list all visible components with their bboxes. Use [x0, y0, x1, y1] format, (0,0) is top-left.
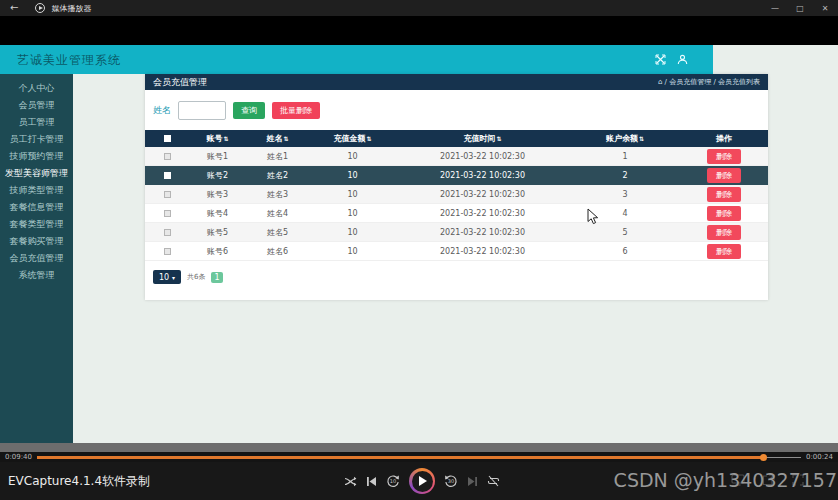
total-count-label: 共6条	[187, 272, 205, 282]
cell-account: 账号2	[190, 170, 245, 181]
table-row[interactable]: 账号3姓名3102021-03-22 10:02:303删除	[145, 185, 768, 204]
name-search-input[interactable]	[178, 101, 226, 120]
seek-handle[interactable]	[760, 454, 767, 461]
minimize-button[interactable]: —	[770, 4, 780, 13]
seekbar-track-band[interactable]	[0, 443, 838, 452]
cell-time: 2021-03-22 10:02:30	[395, 247, 570, 256]
back-icon[interactable]: ←	[10, 0, 18, 16]
seekbar: 0:09:40 0:00:24	[0, 452, 838, 462]
cell-time: 2021-03-22 10:02:30	[395, 190, 570, 199]
sidebar-item[interactable]: 会员管理	[0, 97, 73, 114]
delete-button[interactable]: 删除	[707, 244, 741, 259]
rewind-10-icon[interactable]: 10	[386, 474, 400, 488]
delete-button[interactable]: 删除	[707, 206, 741, 221]
search-toolbar: 姓名 查询 批量删除	[145, 90, 768, 130]
table-body: 账号1姓名1102021-03-22 10:02:301删除账号2姓名21020…	[145, 147, 768, 261]
cell-time: 2021-03-22 10:02:30	[395, 209, 570, 218]
repeat-off-icon[interactable]	[487, 475, 500, 487]
table-row[interactable]: 账号2姓名2102021-03-22 10:02:302删除	[145, 166, 768, 185]
sidebar-item[interactable]: 发型美容师管理	[0, 165, 73, 182]
cell-amount: 10	[310, 190, 395, 199]
batch-delete-button[interactable]: 批量删除	[272, 102, 320, 119]
cell-name: 姓名4	[245, 208, 310, 219]
sort-icon[interactable]: ⇅	[496, 135, 501, 142]
svg-text:10: 10	[390, 478, 396, 484]
cell-account: 账号1	[190, 151, 245, 162]
sidebar-item[interactable]: 员工管理	[0, 114, 73, 131]
sidebar-item[interactable]: 技师类型管理	[0, 182, 73, 199]
cell-amount: 10	[310, 171, 395, 180]
row-checkbox[interactable]	[164, 172, 171, 179]
player-titlebar: ← 媒体播放器 — □ ✕	[0, 0, 838, 16]
cell-name: 姓名3	[245, 189, 310, 200]
column-header[interactable]: 姓名⇅	[245, 133, 310, 144]
column-header[interactable]: 充值时间⇅	[395, 133, 570, 144]
seek-track[interactable]	[37, 456, 801, 459]
expand-icon[interactable]	[655, 54, 666, 65]
pagination: 10 ▾ 共6条 1	[145, 261, 768, 300]
cell-name: 姓名1	[245, 151, 310, 162]
cell-time: 2021-03-22 10:02:30	[395, 171, 570, 180]
user-icon[interactable]	[677, 54, 688, 65]
sidebar-item[interactable]: 技师预约管理	[0, 148, 73, 165]
row-checkbox[interactable]	[164, 229, 171, 236]
card-header: 会员充值管理 ⌂ / 会员充值管理 / 会员充值列表	[145, 74, 768, 90]
sidebar-item[interactable]: 员工打卡管理	[0, 131, 73, 148]
delete-button[interactable]: 删除	[707, 187, 741, 202]
row-checkbox[interactable]	[164, 210, 171, 217]
seek-remaining-line	[763, 457, 801, 458]
column-header[interactable]: 账户余额⇅	[570, 133, 680, 144]
delete-button[interactable]: 删除	[707, 225, 741, 240]
delete-button[interactable]: 删除	[707, 168, 741, 183]
row-checkbox[interactable]	[164, 248, 171, 255]
query-button[interactable]: 查询	[233, 102, 265, 119]
row-checkbox[interactable]	[164, 153, 171, 160]
sort-icon[interactable]: ⇅	[639, 135, 644, 142]
select-all-checkbox[interactable]	[164, 135, 171, 142]
previous-track-icon[interactable]	[366, 476, 377, 487]
column-header[interactable]: 账号⇅	[190, 133, 245, 144]
cell-name: 姓名5	[245, 227, 310, 238]
row-checkbox[interactable]	[164, 191, 171, 198]
next-track-icon[interactable]	[467, 476, 478, 487]
webapp-header: 艺诚美业管理系统	[0, 45, 713, 74]
page-1-button[interactable]: 1	[211, 272, 222, 283]
sidebar-item[interactable]: 个人中心	[0, 80, 73, 97]
forward-30-icon[interactable]: 30	[444, 474, 458, 488]
sort-icon[interactable]: ⇅	[223, 135, 228, 142]
sort-icon[interactable]: ⇅	[366, 135, 371, 142]
delete-button[interactable]: 删除	[707, 149, 741, 164]
table-row[interactable]: 账号4姓名4102021-03-22 10:02:304删除	[145, 204, 768, 223]
search-label: 姓名	[153, 104, 171, 117]
playback-controls: 10 30	[344, 462, 500, 500]
play-button[interactable]	[409, 468, 435, 494]
table-row[interactable]: 账号6姓名6102021-03-22 10:02:306删除	[145, 242, 768, 261]
cell-account: 账号4	[190, 208, 245, 219]
sidebar-item[interactable]: 套餐购买管理	[0, 233, 73, 250]
home-icon: ⌂	[658, 78, 662, 86]
cell-amount: 10	[310, 228, 395, 237]
cell-balance: 2	[570, 171, 680, 180]
table-row[interactable]: 账号5姓名5102021-03-22 10:02:305删除	[145, 223, 768, 242]
breadcrumb[interactable]: ⌂ / 会员充值管理 / 会员充值列表	[658, 77, 760, 87]
media-player-window: ← 媒体播放器 — □ ✕ 艺诚美业管理系统	[0, 0, 838, 500]
sort-icon[interactable]: ⇅	[283, 135, 288, 142]
page-size-select[interactable]: 10 ▾	[153, 270, 181, 284]
cell-amount: 10	[310, 152, 395, 161]
page-title: 会员充值管理	[153, 76, 207, 89]
cell-time: 2021-03-22 10:02:30	[395, 228, 570, 237]
sidebar-item[interactable]: 会员充值管理	[0, 250, 73, 267]
cell-account: 账号6	[190, 246, 245, 257]
column-header[interactable]: 充值金额⇅	[310, 133, 395, 144]
shuffle-icon[interactable]	[344, 476, 357, 487]
close-button[interactable]: ✕	[820, 4, 830, 13]
elapsed-time: 0:09:40	[5, 453, 32, 461]
sidebar-item[interactable]: 套餐信息管理	[0, 199, 73, 216]
maximize-button[interactable]: □	[795, 4, 805, 13]
table-row[interactable]: 账号1姓名1102021-03-22 10:02:301删除	[145, 147, 768, 166]
table-header-row: 账号⇅姓名⇅充值金额⇅充值时间⇅账户余额⇅操作	[145, 130, 768, 147]
sidebar-item[interactable]: 套餐类型管理	[0, 216, 73, 233]
webapp-title: 艺诚美业管理系统	[17, 52, 121, 69]
sidebar-item[interactable]: 系统管理	[0, 267, 73, 284]
cell-amount: 10	[310, 209, 395, 218]
